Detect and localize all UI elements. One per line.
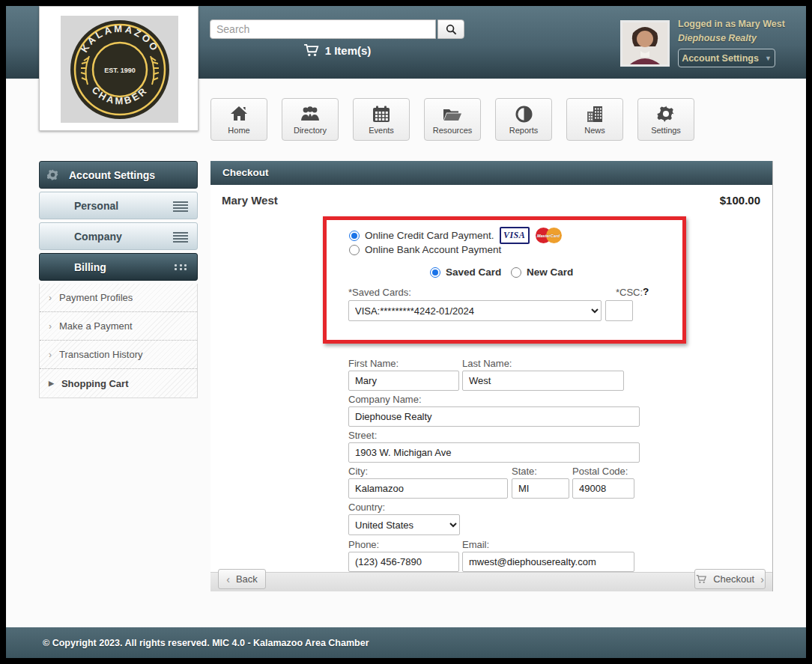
account-settings-dropdown[interactable]: Account Settings ▼ — [678, 49, 775, 67]
sidebar-header-label: Account Settings — [69, 169, 155, 181]
saved-cards-select[interactable]: VISA:*********4242-01/2024 — [348, 300, 602, 321]
sidebar-personal-label: Personal — [74, 200, 118, 212]
saved-card-radio[interactable] — [430, 267, 440, 278]
credit-card-label: Online Credit Card Payment. — [365, 230, 494, 241]
avatar — [620, 20, 670, 67]
last-name-input[interactable] — [462, 371, 624, 391]
kalamazoo-chamber-logo-icon: KALAMAZOO CHAMBER EST. 1990 — [67, 19, 173, 121]
nav-news-button[interactable]: News — [566, 98, 623, 141]
transaction-history-label: Transaction History — [59, 349, 143, 360]
footer-bar: © Copyright 2023. All rights reserved. M… — [6, 627, 806, 658]
triangle-right-icon: ▶ — [49, 380, 54, 387]
email-input[interactable] — [462, 552, 634, 572]
logged-in-label: Logged in as Mary West — [678, 19, 798, 29]
chevron-right-icon: › — [49, 350, 52, 360]
people-icon — [300, 104, 321, 124]
company-name-input[interactable] — [348, 406, 640, 427]
nav-settings-button[interactable]: Settings — [637, 98, 694, 141]
nav-news-label: News — [584, 126, 605, 135]
back-button-label: Back — [236, 573, 258, 585]
credit-card-payment-option[interactable]: Online Credit Card Payment. VISA MasterC… — [349, 227, 563, 244]
city-input[interactable] — [348, 478, 508, 499]
city-label: City: — [348, 466, 368, 477]
sidebar-company-label: Company — [74, 231, 122, 243]
sidebar-item-company[interactable]: Company — [39, 222, 198, 250]
sidebar-billing-label: Billing — [74, 261, 106, 273]
back-button[interactable]: ‹ Back — [218, 569, 266, 589]
email-label: Email: — [462, 539, 489, 550]
country-select[interactable]: United States — [348, 514, 460, 535]
nav-events-button[interactable]: Events — [353, 98, 410, 141]
cart-icon — [696, 574, 707, 584]
home-icon — [230, 104, 248, 124]
street-input[interactable] — [348, 442, 640, 463]
credit-card-radio[interactable] — [349, 231, 360, 241]
checkout-button-label: Checkout — [713, 573, 754, 585]
state-label: State: — [512, 466, 537, 477]
payment-profiles-label: Payment Profiles — [59, 292, 133, 303]
state-input[interactable] — [512, 478, 569, 499]
nav-resources-button[interactable]: Resources — [424, 98, 481, 141]
sidebar-item-personal[interactable]: Personal — [39, 192, 198, 219]
search-icon — [446, 24, 457, 35]
cart-summary[interactable]: 1 Item(s) — [210, 43, 464, 57]
first-name-label: First Name: — [348, 358, 399, 369]
saved-card-label: Saved Card — [446, 266, 501, 278]
cart-count-label: 1 Item(s) — [325, 44, 372, 57]
chevron-right-icon: › — [49, 321, 52, 332]
nav-home-button[interactable]: Home — [210, 98, 267, 141]
nav-resources-label: Resources — [433, 126, 473, 135]
copyright-label: © Copyright 2023. All rights reserved. M… — [43, 638, 369, 648]
sidebar-item-shopping-cart[interactable]: ▶ Shopping Cart — [40, 369, 197, 398]
shopping-cart-label: Shopping Cart — [61, 378, 129, 389]
saved-card-option[interactable]: Saved Card — [430, 266, 501, 278]
last-name-label: Last Name: — [462, 358, 512, 369]
nav-home-label: Home — [228, 126, 249, 135]
sidebar-item-transaction-history[interactable]: › Transaction History — [40, 341, 197, 369]
phone-input[interactable] — [348, 552, 459, 572]
account-settings-label: Account Settings — [682, 53, 759, 64]
new-card-radio[interactable] — [511, 267, 521, 278]
user-photo-icon — [622, 22, 667, 64]
nav-reports-button[interactable]: Reports — [495, 98, 552, 141]
csc-help-icon[interactable]: ? — [643, 286, 649, 297]
org-logo: KALAMAZOO CHAMBER EST. 1990 — [61, 16, 178, 123]
sidebar-item-make-a-payment[interactable]: › Make a Payment — [40, 312, 197, 341]
search-button[interactable] — [437, 19, 464, 39]
checkout-button[interactable]: Checkout › — [694, 569, 766, 589]
nav-directory-button[interactable]: Directory — [282, 98, 339, 141]
bank-account-radio[interactable] — [349, 245, 360, 255]
sidebar-item-payment-profiles[interactable]: › Payment Profiles — [40, 284, 197, 312]
chevron-right-icon: › — [760, 573, 764, 585]
make-a-payment-label: Make a Payment — [59, 320, 133, 332]
calendar-icon — [372, 104, 390, 124]
app-window: KALAMAZOO CHAMBER EST. 1990 — [0, 0, 812, 664]
customer-name: Mary West — [222, 194, 278, 207]
search-input[interactable] — [210, 19, 436, 39]
gear-icon — [657, 104, 675, 124]
new-card-label: New Card — [527, 266, 573, 278]
bank-account-payment-option[interactable]: Online Bank Account Payment — [349, 244, 501, 255]
org-logo-card: KALAMAZOO CHAMBER EST. 1990 — [39, 6, 199, 131]
pie-chart-icon — [515, 104, 533, 124]
gear-icon — [47, 169, 58, 180]
order-amount: $100.00 — [720, 194, 760, 207]
chevron-right-icon: › — [49, 293, 52, 303]
checkout-panel: Checkout Mary West $100.00 Online Credit… — [210, 161, 773, 591]
postal-code-input[interactable] — [572, 478, 634, 499]
sidebar-item-billing[interactable]: Billing — [39, 253, 198, 281]
nav-settings-label: Settings — [651, 126, 681, 135]
saved-cards-field-label: *Saved Cards: — [348, 287, 411, 298]
buildings-icon — [586, 104, 604, 124]
menu-lines-icon — [173, 201, 188, 213]
logo-center-text: EST. 1990 — [104, 67, 136, 74]
sidebar-header-account-settings[interactable]: Account Settings — [39, 161, 198, 189]
csc-input[interactable] — [605, 300, 633, 321]
chevron-down-icon: ▼ — [765, 55, 772, 62]
first-name-input[interactable] — [348, 371, 459, 391]
new-card-option[interactable]: New Card — [511, 266, 573, 278]
cart-icon — [303, 43, 320, 57]
grid-dots-icon — [175, 264, 188, 270]
street-label: Street: — [348, 430, 377, 441]
nav-directory-label: Directory — [294, 126, 327, 135]
